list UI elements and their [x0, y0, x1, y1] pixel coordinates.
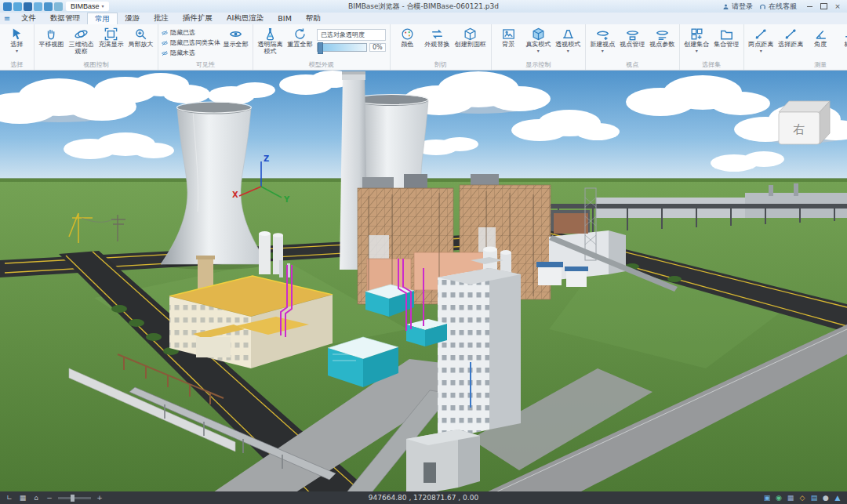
perspective-mode-button[interactable]: 透视模式 ▾	[554, 26, 583, 53]
realistic-mode-button[interactable]: 真实模式 ▾	[524, 26, 553, 53]
create-section-box-button[interactable]: 创建剖面框	[453, 26, 489, 49]
create-set-button[interactable]: 创建集合 ▾	[682, 26, 711, 53]
group-label-display-control: 显示控制	[492, 60, 585, 70]
eye-off-icon	[161, 29, 169, 37]
angle-icon	[813, 27, 828, 42]
home-view-icon[interactable]: ⌂	[31, 493, 41, 502]
ruler-icon	[783, 27, 798, 42]
minimize-button[interactable]	[803, 2, 816, 11]
menu-item-bim[interactable]: BIM	[271, 13, 299, 24]
ribbon-group-model-appearance: 透明隔离模式 重置全部 已选对象透明度 0% 模型外观	[253, 24, 391, 70]
ucs-axis-icon[interactable]: ∟	[5, 493, 14, 502]
ribbon-group-measure: 两点距离 ▾ 选择距离 角度 标高 坐标 测量	[744, 24, 847, 70]
manage-set-button[interactable]: 集合管理	[712, 26, 741, 49]
menu-bar: ≡ 文件 数据管理 常用 漫游 批注 插件扩展 AI构思渲染 BIM 帮助	[0, 13, 847, 25]
hide-selected-button[interactable]: 隐藏已选	[161, 28, 220, 37]
menu-item-roam[interactable]: 漫游	[118, 13, 147, 24]
hamburger-menu-icon[interactable]: ≡	[0, 13, 14, 24]
elevation-measure-button[interactable]: 标高	[836, 26, 847, 49]
fullscreen-icon[interactable]: ▲	[833, 493, 842, 502]
print-icon[interactable]	[54, 2, 63, 11]
layers-icon[interactable]: ▤	[809, 493, 819, 502]
close-button[interactable]: ×	[831, 2, 844, 11]
menu-item-annotation[interactable]: 批注	[147, 13, 176, 24]
menu-item-file[interactable]: 文件	[14, 13, 43, 24]
grid-toggle-icon[interactable]: ▦	[18, 493, 27, 502]
zoom-slider[interactable]	[58, 497, 91, 499]
appearance-replace-button[interactable]: 外观替换	[423, 26, 452, 49]
eye-icon	[228, 27, 243, 42]
cursor-coordinates: 947664.80 , 1720871.67 , 0.00	[0, 494, 847, 502]
login-button[interactable]: 请登录	[722, 2, 753, 12]
view-navigation-cube[interactable]: 右	[779, 101, 830, 144]
section-view-icon[interactable]: ◇	[798, 493, 807, 502]
open-file-icon[interactable]	[13, 2, 22, 11]
show-all-button[interactable]: 显示全部	[221, 26, 250, 49]
angle-measure-button[interactable]: 角度	[806, 26, 835, 49]
ribbon-group-visibility: 隐藏已选 隐藏已选同类实体 隐藏未选 显示全部 可见性	[158, 24, 253, 70]
navcube-face-label: 右	[793, 122, 805, 136]
group-label-section: 剖切	[391, 60, 491, 70]
main-power-building[interactable]	[438, 257, 521, 441]
redo-icon[interactable]	[44, 2, 53, 11]
chevron-down-icon: ▾	[16, 49, 18, 53]
ribbon-group-view-control: 平移视图 三维动态观察 充满显示 局部放大 视图控制	[35, 24, 158, 70]
menu-item-common[interactable]: 常用	[87, 13, 118, 24]
orbit-icon	[74, 27, 89, 42]
customer-service-button[interactable]: 在线客服	[759, 2, 797, 12]
chevron-down-icon: ▾	[537, 49, 540, 53]
new-viewpoint-button[interactable]: 新建视点 ▾	[588, 26, 617, 53]
menu-item-plugin-extension[interactable]: 插件扩展	[176, 13, 220, 24]
viewpoint-params-button[interactable]: 视点参数	[648, 26, 677, 49]
menu-item-data-management[interactable]: 数据管理	[43, 13, 87, 24]
select-distance-button[interactable]: 选择距离	[776, 26, 805, 49]
transparency-value: 0%	[369, 43, 386, 52]
zoom-in-button[interactable]: +	[95, 493, 104, 502]
zoom-window-button[interactable]: 局部放大	[126, 26, 155, 49]
transparency-slider[interactable]	[317, 43, 367, 52]
select-button[interactable]: 选择 ▾	[2, 26, 31, 53]
menu-item-help[interactable]: 帮助	[299, 13, 328, 24]
ribbon-group-selection-set: 创建集合 ▾ 集合管理 选择集	[680, 24, 744, 70]
foreground-building[interactable]	[406, 430, 480, 491]
chevron-down-icon: ▾	[696, 49, 698, 53]
group-label-model-appearance: 模型外观	[253, 60, 390, 70]
eye-off-icon	[161, 49, 169, 57]
title-bar: BIMBase ▾ BIMBase浏览器 - 合模-BIMBase-060121…	[0, 0, 847, 13]
window-title: BIMBase浏览器 - 合模-BIMBase-060121.p3d	[0, 2, 847, 12]
new-file-icon[interactable]	[3, 2, 12, 11]
zoom-out-button[interactable]: −	[45, 493, 54, 502]
front-view-icon[interactable]: ◉	[774, 493, 783, 502]
save-icon[interactable]	[24, 2, 32, 11]
background-button[interactable]: 背景	[494, 26, 523, 49]
group-label-visibility: 可见性	[158, 60, 253, 70]
viewpoint-manage-button[interactable]: 视点管理	[618, 26, 647, 49]
chevron-down-icon: ▾	[102, 5, 104, 9]
zoom-slider-thumb[interactable]	[71, 495, 75, 502]
slider-thumb-icon[interactable]	[318, 42, 323, 54]
app-menu-button[interactable]: BIMBase ▾	[66, 2, 109, 11]
undo-icon[interactable]	[34, 2, 42, 11]
cursor-icon	[9, 27, 24, 42]
hide-unselected-button[interactable]: 隐藏未选	[161, 49, 220, 57]
hide-similar-button[interactable]: 隐藏已选同类实体	[161, 38, 220, 47]
viewport-3d[interactable]: Z X Y 右	[0, 70, 847, 491]
transparency-slider-label: 已选对象透明度	[317, 29, 386, 41]
transparent-isolation-button[interactable]: 透明隔离模式	[256, 26, 285, 56]
reset-all-button[interactable]: 重置全部	[285, 26, 314, 49]
pan-view-button[interactable]: 平移视图	[37, 26, 66, 49]
folder-icon	[719, 27, 734, 42]
fit-view-icon[interactable]: ▣	[762, 493, 772, 502]
ribbon-group-section: 颜色 外观替换 创建剖面框 剖切	[391, 24, 492, 70]
ribbon-group-select: 选择 ▾ 选择	[0, 24, 35, 70]
grid-view-icon[interactable]: ▦	[786, 493, 795, 502]
menu-item-ai-render[interactable]: AI构思渲染	[220, 13, 271, 24]
orbit-3d-button[interactable]: 三维动态观察	[67, 26, 96, 56]
compass-icon[interactable]: ●	[821, 493, 831, 502]
color-button[interactable]: 颜色	[393, 26, 422, 49]
swap-icon	[430, 27, 445, 42]
user-icon	[722, 3, 729, 10]
fit-view-button[interactable]: 充满显示	[96, 26, 125, 49]
two-point-distance-button[interactable]: 两点距离 ▾	[747, 26, 776, 53]
maximize-button[interactable]	[817, 2, 830, 11]
